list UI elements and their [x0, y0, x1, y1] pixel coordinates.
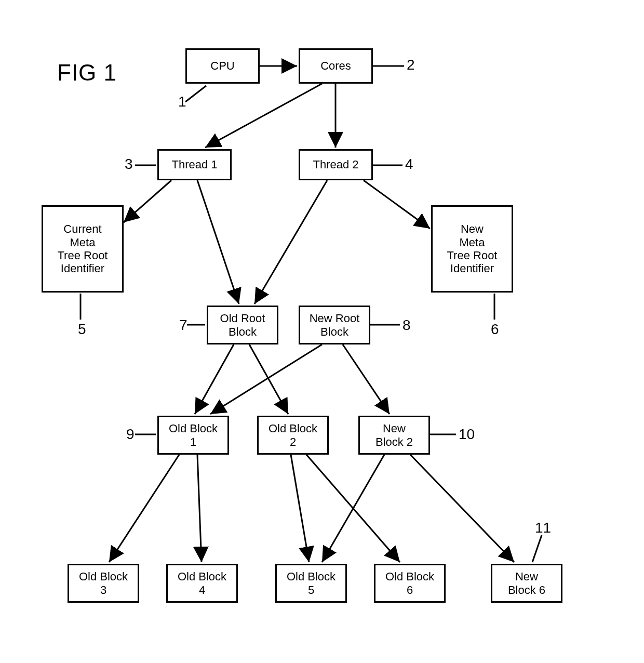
node-old-b4-label: Old Block 4: [178, 570, 226, 596]
svg-line-27: [532, 535, 542, 562]
node-new-meta: New Meta Tree Root Identifier: [431, 205, 513, 293]
node-new-root: New Root Block: [299, 306, 370, 344]
svg-line-7: [195, 344, 234, 414]
ref-5: 5: [78, 321, 86, 338]
node-old-b6: Old Block 6: [374, 564, 446, 603]
node-thread1-label: Thread 1: [171, 158, 217, 171]
node-cores-label: Cores: [320, 59, 351, 72]
svg-line-3: [124, 180, 171, 222]
figure-title: FIG 1: [57, 60, 117, 86]
node-old-b3-label: Old Block 3: [79, 570, 128, 596]
svg-line-16: [410, 455, 514, 562]
node-old-b4: Old Block 4: [166, 564, 238, 603]
ref-9: 9: [126, 426, 135, 443]
svg-line-14: [306, 455, 400, 562]
node-old-b6-label: Old Block 6: [385, 570, 434, 596]
node-thread2: Thread 2: [299, 149, 373, 180]
ref-8: 8: [403, 317, 411, 334]
node-new-meta-label: New Meta Tree Root Identifier: [447, 222, 497, 275]
svg-line-15: [322, 455, 384, 562]
node-old-b3: Old Block 3: [68, 564, 139, 603]
svg-line-13: [291, 455, 309, 562]
diagram-canvas: FIG 1 CPU Cores Thread 1 Thread 2 Curren…: [0, 0, 644, 663]
node-new-b6: New Block 6: [491, 564, 562, 603]
node-cur-meta: Current Meta Tree Root Identifier: [42, 205, 124, 293]
ref-11: 11: [535, 520, 551, 536]
svg-line-4: [197, 180, 239, 304]
node-new-b6-label: New Block 6: [508, 570, 545, 596]
node-cur-meta-label: Current Meta Tree Root Identifier: [57, 222, 108, 275]
ref-1: 1: [178, 94, 186, 110]
node-cpu: CPU: [185, 48, 260, 84]
ref-7: 7: [179, 317, 187, 334]
node-new-root-label: New Root Block: [310, 312, 360, 338]
svg-line-5: [364, 180, 430, 229]
ref-3: 3: [125, 156, 133, 173]
node-new-b2-label: New Block 2: [375, 422, 413, 448]
ref-4: 4: [405, 156, 413, 173]
node-old-b5: Old Block 5: [275, 564, 347, 603]
svg-line-6: [254, 180, 327, 304]
ref-2: 2: [407, 57, 415, 73]
svg-line-12: [197, 455, 202, 562]
node-old-root-label: Old Root Block: [220, 312, 265, 338]
node-old-b5-label: Old Block 5: [287, 570, 336, 596]
node-thread2-label: Thread 2: [313, 158, 358, 171]
svg-line-8: [249, 344, 288, 414]
svg-line-9: [210, 344, 322, 414]
node-old-b1-label: Old Block 1: [169, 422, 218, 448]
svg-line-11: [109, 455, 179, 562]
node-old-b1: Old Block 1: [157, 416, 229, 455]
svg-line-1: [205, 84, 322, 148]
node-old-b2: Old Block 2: [257, 416, 329, 455]
node-old-root: Old Root Block: [207, 306, 278, 344]
node-old-b2-label: Old Block 2: [269, 422, 317, 448]
ref-6: 6: [491, 321, 499, 338]
node-cpu-label: CPU: [210, 59, 234, 72]
svg-line-17: [185, 86, 206, 102]
node-cores: Cores: [299, 48, 373, 84]
ref-10: 10: [459, 426, 475, 443]
node-thread1: Thread 1: [157, 149, 232, 180]
node-new-b2: New Block 2: [358, 416, 430, 455]
svg-line-10: [343, 344, 390, 414]
